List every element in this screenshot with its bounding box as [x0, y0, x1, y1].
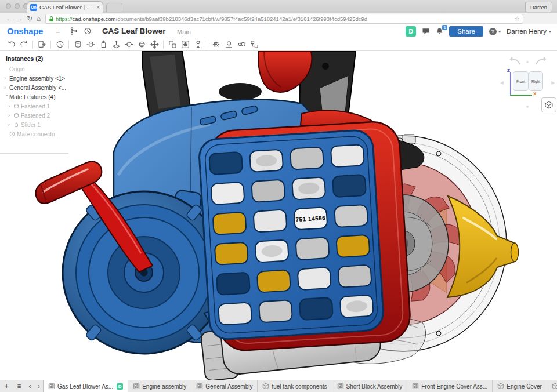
next-tabs-button[interactable]: › [34, 380, 43, 392]
partstudio-icon [262, 383, 269, 390]
cylindrical-mate-icon[interactable] [122, 39, 135, 50]
window-controls [6, 3, 28, 9]
ball-mate-icon[interactable] [135, 39, 148, 50]
home-icon[interactable]: ⌂ [37, 13, 41, 24]
doc-tab-fuel-tank-components[interactable]: fuel tank components [258, 380, 332, 392]
url-bar[interactable]: https://cad.onshape.com/documents/b9aaf3… [45, 14, 523, 24]
tree-item-fastened-2[interactable]: › Fastened 2 [0, 111, 68, 120]
group-icon[interactable] [166, 39, 179, 50]
assembly-icon [412, 383, 419, 390]
assembly-icon [337, 383, 344, 390]
browser-tab[interactable]: On GAS Leaf Blower | Gas Leaf × [27, 1, 103, 13]
mate-connector-icon[interactable] [71, 39, 84, 50]
iso-cube-icon [544, 100, 554, 110]
expander-icon[interactable]: › [8, 103, 13, 109]
doc-tab-front-engine-cover-assembly[interactable]: Front Engine Cover Ass... [407, 380, 493, 392]
rotate-right-arrow[interactable]: ▶ [551, 80, 555, 85]
onshape-header: Onshape ≡ GAS Leaf Blower Main D 1 Share [0, 24, 557, 38]
expander-icon[interactable]: › [4, 85, 9, 90]
planar-mate-icon[interactable] [110, 39, 122, 50]
expander-icon[interactable]: › [4, 75, 9, 81]
rotate-up-arrow[interactable]: ▲ [525, 59, 530, 64]
window-minimize-button[interactable] [15, 3, 20, 9]
model-viewport[interactable]: 751 14556 [0, 51, 557, 380]
isometric-view-button[interactable] [541, 97, 556, 112]
x-axis-label: X [533, 91, 536, 96]
tree-item-fastened-1[interactable]: › Fastened 1 [0, 101, 68, 111]
back-icon[interactable]: ← [6, 13, 13, 24]
prev-tabs-button[interactable]: ‹ [26, 380, 34, 392]
view-cube-front-face[interactable]: Front [513, 71, 529, 91]
graphics-viewport[interactable]: 751 14556 Instances (2) Origin › Engine … [0, 51, 557, 380]
user-menu[interactable]: Darren Henry ▾ [507, 28, 551, 35]
tree-item-origin[interactable]: Origin [0, 64, 68, 74]
bookmark-star-icon[interactable]: ☆ [514, 15, 520, 23]
forward-icon[interactable]: → [16, 13, 23, 24]
onshape-logo[interactable]: Onshape [7, 26, 43, 36]
expander-icon[interactable]: › [8, 112, 13, 118]
free-move-icon[interactable] [148, 39, 161, 50]
tree-item-mate-features[interactable]: › Mate Features (4) [0, 92, 68, 101]
doc-tab-short-block-assembly[interactable]: Short Block Assembly [332, 380, 408, 392]
share-button[interactable]: Share [449, 26, 483, 37]
pattern-icon[interactable] [179, 39, 191, 50]
instances-panel: Instances (2) Origin › Engine assembly <… [0, 51, 68, 154]
doc-tab-air-filter[interactable]: Air Filter [547, 380, 557, 392]
secure-lock-icon [49, 16, 54, 22]
help-icon: ? [489, 28, 497, 35]
rotate-down-arrow[interactable]: ▼ [525, 104, 530, 110]
element-list-icon[interactable]: ≡ [13, 380, 26, 392]
new-tab-button[interactable] [106, 3, 122, 12]
tree-item-mate-connector[interactable]: Mate connecto... [0, 129, 68, 139]
assembly-toolbar [0, 38, 557, 51]
add-element-button[interactable]: + [0, 380, 13, 392]
window-close-button[interactable] [6, 3, 11, 9]
doc-tab-gas-leaf-blower-assembly[interactable]: Gas Leaf Blower As... D [43, 380, 128, 392]
partstudio-icon [497, 383, 504, 390]
app-window: On GAS Leaf Blower | Gas Leaf × Darren ←… [0, 0, 557, 392]
z-axis-line [510, 72, 511, 95]
tree-item-general-assembly[interactable]: › General Assembly <... [0, 83, 68, 92]
fastened-mate-icon [13, 103, 19, 109]
view-cube-right-face[interactable]: Right [529, 71, 543, 91]
revolute-mate-icon[interactable] [84, 39, 97, 50]
rotate-left-arrow[interactable]: ◀ [500, 80, 504, 85]
instances-panel-title: Instances (2) [0, 54, 68, 64]
expander-icon[interactable]: › [8, 122, 13, 128]
model-grille-assembly[interactable]: 751 14556 [198, 120, 412, 351]
help-menu[interactable]: ? ▾ [489, 28, 501, 35]
expander-icon[interactable]: › [4, 95, 10, 100]
url-protocol: https:// [56, 16, 73, 22]
screw-relation-icon[interactable] [222, 39, 235, 50]
document-title: GAS Leaf Blower [102, 27, 166, 35]
doc-tab-engine-assembly[interactable]: Engine assembly [128, 380, 191, 392]
avatar[interactable]: D [406, 26, 416, 37]
url-host: cad.onshape.com [73, 16, 116, 22]
slider-mate-icon[interactable] [97, 39, 110, 50]
tree-item-slider-1[interactable]: › Slider 1 [0, 120, 68, 129]
rotate-cw-arrow-icon[interactable] [535, 57, 548, 66]
undo-icon[interactable] [5, 39, 17, 50]
rotate-ccw-arrow-icon[interactable] [508, 57, 521, 66]
belt-relation-icon[interactable] [235, 39, 248, 50]
tab-close-icon[interactable]: × [96, 4, 100, 10]
main-menu-icon[interactable]: ≡ [56, 27, 60, 35]
url-path: /documents/b9aaf39b218346d3ac71cbff/w/98… [116, 16, 512, 22]
insert-icon[interactable] [35, 39, 48, 50]
gear-relation-icon[interactable] [209, 39, 222, 50]
assembly-structure-icon[interactable] [248, 39, 261, 50]
model-recoil-starter[interactable] [63, 191, 225, 354]
doc-tab-general-assembly[interactable]: General Assembly [191, 380, 258, 392]
notifications-bell-icon[interactable]: 1 [436, 27, 443, 35]
tree-item-engine-assembly[interactable]: › Engine assembly <1> [0, 74, 68, 83]
history-icon[interactable] [53, 39, 66, 50]
history-clock-icon[interactable] [84, 27, 92, 35]
slider-mate-icon [13, 122, 19, 128]
redo-icon[interactable] [17, 39, 30, 50]
exploded-view-icon[interactable] [191, 39, 204, 50]
comments-icon[interactable] [422, 27, 430, 35]
versions-branch-icon[interactable] [70, 27, 78, 35]
browser-profile-chip[interactable]: Darren [525, 2, 552, 12]
doc-tab-engine-cover[interactable]: Engine Cover [493, 380, 547, 392]
reload-icon[interactable]: ↻ [27, 13, 32, 24]
